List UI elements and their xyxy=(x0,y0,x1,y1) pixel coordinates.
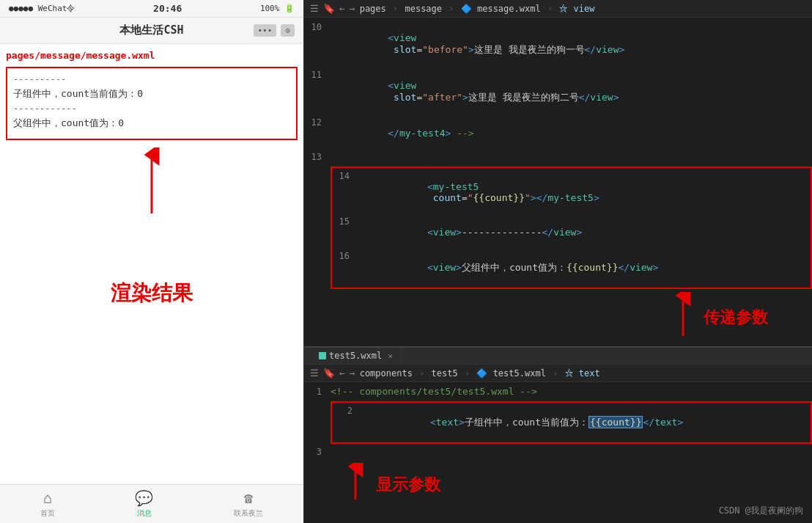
tab-home[interactable]: ⌂ 首页 xyxy=(40,489,55,519)
count-highlight: {{count}} xyxy=(588,416,643,428)
code-line-13: 13 xyxy=(304,150,812,165)
phone-nav-bar: 本地生活CSH ••• ⊙ xyxy=(0,18,303,44)
bottom-code-line-3: 3 xyxy=(304,445,812,460)
status-left: ●●●●● WeChat令 xyxy=(9,3,75,14)
menu-icon: ☰ xyxy=(310,3,319,14)
bottom-code-line-2: 2 <text>子组件中，count当前值为：{{count}}</text> xyxy=(335,404,808,441)
code-panel: ☰ 🔖 ← → pages › message › 🔷 message.wxml… xyxy=(304,0,812,523)
xianshi-arrow xyxy=(341,463,370,507)
xianshi-annotation: 显示参数 xyxy=(304,463,812,507)
top-code-area: 10 <view slot="before">这里是 我是夜兰的狗一号</vie… xyxy=(304,18,812,346)
editor-bottom: test5.wxml × ☰ 🔖 ← → components › test5 … xyxy=(304,348,812,523)
arrow-up-container xyxy=(6,147,298,221)
bottom-back-icon[interactable]: ← xyxy=(339,367,345,378)
parent-count: 父组件中，count值为：0 xyxy=(13,117,290,130)
status-time: 20:46 xyxy=(153,3,182,14)
bottom-bookmark-icon: 🔖 xyxy=(323,367,335,378)
status-right: 100% 🔋 xyxy=(260,4,295,13)
nav-title: 本地生活CSH xyxy=(119,23,183,37)
bottom-code-area: 1 <!-- components/test5/test5.wxml --> 2… xyxy=(304,382,812,523)
phone-status-bar: ●●●●● WeChat令 20:46 100% 🔋 xyxy=(0,0,303,18)
code-line-16: 16 <view>父组件中，count值为：{{count}}</view> xyxy=(332,249,811,286)
xianshi-label: 显示参数 xyxy=(376,474,440,496)
phone-content: pages/message/message.wxml ---------- 子组… xyxy=(0,44,303,484)
editor-top: ☰ 🔖 ← → pages › message › 🔷 message.wxml… xyxy=(304,0,812,348)
code-line-12: 12 </my-test4> --> xyxy=(304,116,812,150)
file-path: pages/message/message.wxml xyxy=(6,50,298,61)
tab-contact-label: 联系夜兰 xyxy=(234,508,263,519)
child-count: 子组件中，count当前值为：0 xyxy=(13,87,290,100)
watermark: CSDN @我是夜阑的狗 xyxy=(719,505,803,517)
arrow-up-svg xyxy=(137,147,166,221)
bottom-menu-icon: ☰ xyxy=(310,367,319,378)
phone-panel: ●●●●● WeChat令 20:46 100% 🔋 本地生活CSH ••• ⊙… xyxy=(0,0,304,523)
divider2: ------------ xyxy=(13,103,290,114)
bottom-tab-label: test5.wxml xyxy=(329,351,382,361)
bottom-tab-bar: test5.wxml × xyxy=(304,348,812,365)
forward-icon[interactable]: → xyxy=(350,3,355,14)
bottom-toolbar: ☰ 🔖 ← → components › test5 › 🔷 test5.wxm… xyxy=(304,365,812,382)
tab-home-label: 首页 xyxy=(40,508,55,519)
highlight-box-bottom: 2 <text>子组件中，count当前值为：{{count}}</text> xyxy=(331,401,812,444)
highlight-box-top: 14 <my-test5 count="{{count}}"></my-test… xyxy=(331,167,812,289)
nav-icons: ••• ⊙ xyxy=(254,24,295,37)
code-line-11: 11 <view slot="after">这里是 我是夜兰的狗二号</view… xyxy=(304,68,812,116)
component-box: ---------- 子组件中，count当前值为：0 ------------… xyxy=(6,67,298,140)
render-label: 渲染结果 xyxy=(6,279,298,307)
tab-message[interactable]: 💬 消息 xyxy=(135,489,153,519)
chuandi-arrow xyxy=(668,292,698,343)
close-tab-icon[interactable]: × xyxy=(388,351,393,361)
bottom-forward-icon[interactable]: → xyxy=(350,367,355,378)
code-line-15: 15 <view>--------------</view> xyxy=(332,215,811,249)
tab-message-label: 消息 xyxy=(137,508,152,519)
phone-icon: ☎ xyxy=(244,489,253,507)
tab-contact[interactable]: ☎ 联系夜兰 xyxy=(234,489,263,519)
nav-camera-btn[interactable]: ⊙ xyxy=(281,24,295,37)
file-icon xyxy=(319,352,326,359)
breadcrumb: pages › message › 🔷 message.wxml › ⛦ vie… xyxy=(360,4,595,14)
chuandi-annotation: 传递参数 xyxy=(304,292,812,343)
top-toolbar: ☰ 🔖 ← → pages › message › 🔷 message.wxml… xyxy=(304,0,812,18)
home-icon: ⌂ xyxy=(43,489,52,507)
chuandi-label: 传递参数 xyxy=(704,307,768,329)
message-icon: 💬 xyxy=(135,489,153,507)
nav-more-btn[interactable]: ••• xyxy=(254,24,277,37)
bookmark-icon: 🔖 xyxy=(323,3,335,14)
code-line-10: 10 <view slot="before">这里是 我是夜兰的狗一号</vie… xyxy=(304,21,812,68)
bottom-tab[interactable]: test5.wxml × xyxy=(310,348,402,364)
bottom-breadcrumb: components › test5 › 🔷 test5.wxml › ⛦ te… xyxy=(360,368,600,378)
divider1: ---------- xyxy=(13,74,290,84)
phone-tab-bar: ⌂ 首页 💬 消息 ☎ 联系夜兰 xyxy=(0,484,303,523)
back-icon[interactable]: ← xyxy=(339,3,345,14)
bottom-code-line-1: 1 <!-- components/test5/test5.wxml --> xyxy=(304,385,812,400)
code-line-14: 14 <my-test5 count="{{count}}"></my-test… xyxy=(332,169,811,215)
